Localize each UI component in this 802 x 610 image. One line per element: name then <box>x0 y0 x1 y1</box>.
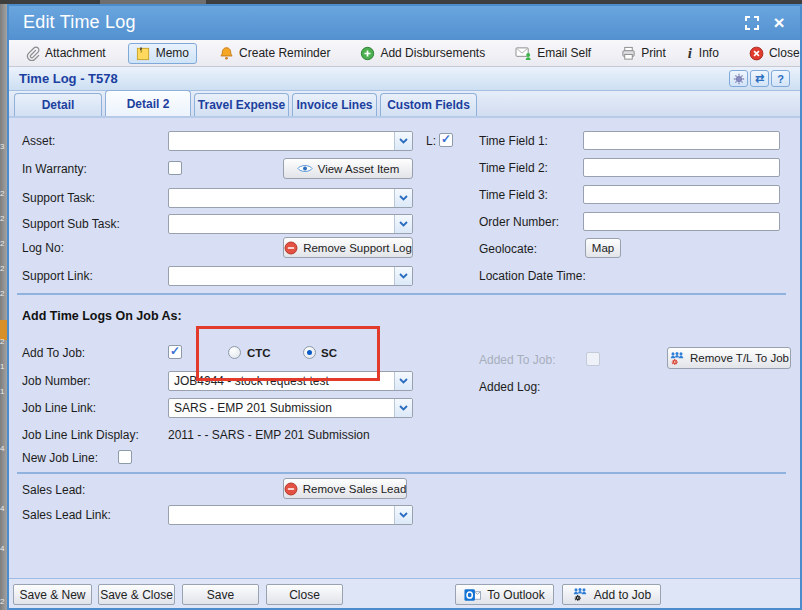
bg-digit: 2 <box>0 265 7 273</box>
save-and-close-label: Save & Close <box>100 588 173 602</box>
settings-button[interactable] <box>729 70 748 87</box>
refresh-button[interactable]: ⇄ <box>750 70 769 87</box>
tab-bar: Detail Detail 2 Travel Expense Invoice L… <box>9 91 800 118</box>
support-link-dropdown[interactable] <box>168 266 413 286</box>
time-field-3-input[interactable] <box>583 185 780 204</box>
attachment-button[interactable]: Attachment <box>17 43 114 64</box>
map-label: Map <box>592 242 614 254</box>
time-field-2-label: Time Field 2: <box>479 161 548 175</box>
support-task-value <box>169 189 394 207</box>
memo-button[interactable]: Memo <box>128 43 197 64</box>
added-to-job-label: Added To Job: <box>479 353 556 367</box>
tab-travel-expense[interactable]: Travel Expense <box>194 93 289 116</box>
chevron-down-icon[interactable] <box>394 399 412 417</box>
to-outlook-button[interactable]: To Outlook <box>455 584 554 605</box>
add-disbursements-label: Add Disbursements <box>380 46 485 60</box>
add-to-job-checkbox[interactable]: ✓ <box>168 345 182 359</box>
view-asset-item-button[interactable]: View Asset Item <box>283 158 413 179</box>
info-label: Info <box>699 46 719 60</box>
chevron-down-icon[interactable] <box>394 215 412 233</box>
order-number-input[interactable] <box>583 212 780 231</box>
window-close-icon[interactable]: × <box>771 15 787 31</box>
save-and-close-button[interactable]: Save & Close <box>98 584 175 605</box>
remove-circle-icon <box>284 482 298 496</box>
time-field-1-label: Time Field 1: <box>479 134 548 148</box>
l-checkbox[interactable]: ✓ <box>439 133 453 147</box>
dialog-titlebar[interactable]: Edit Time Log × <box>9 6 800 40</box>
dialog-footer: Save & New Save & Close Save Close To Ou… <box>9 578 800 608</box>
in-warranty-checkbox[interactable] <box>168 161 182 175</box>
bg-digit: 2 <box>0 240 7 248</box>
remove-tl-to-job-button[interactable]: Remove T/L To Job <box>667 347 791 369</box>
add-to-job-label: Add to Job <box>594 588 651 602</box>
add-disbursements-button[interactable]: Add Disbursements <box>352 43 493 64</box>
bg-digit: 1 <box>0 388 7 396</box>
chevron-down-icon[interactable] <box>394 372 412 390</box>
email-self-label: Email Self <box>537 46 591 60</box>
l-label: L: <box>426 134 436 148</box>
refresh-icon: ⇄ <box>755 72 764 85</box>
outlook-icon <box>464 588 481 602</box>
bg-digit: 2 <box>0 290 7 298</box>
new-job-line-label: New Job Line: <box>22 451 98 465</box>
tab-label: Travel Expense <box>198 98 285 112</box>
chevron-down-icon[interactable] <box>394 189 412 207</box>
chevron-down-icon[interactable] <box>394 267 412 285</box>
create-reminder-button[interactable]: Create Reminder <box>211 43 338 64</box>
time-field-2-input[interactable] <box>583 158 780 177</box>
record-header: Time Log - T578 ⇄ ? <box>9 67 800 91</box>
add-to-job-button[interactable]: Add to Job <box>562 584 661 605</box>
eye-icon <box>297 163 313 174</box>
support-task-dropdown[interactable] <box>168 188 413 208</box>
chevron-down-icon[interactable] <box>394 132 412 150</box>
support-link-label: Support Link: <box>22 269 93 283</box>
people-gear-icon <box>669 351 685 366</box>
edit-time-log-dialog: Edit Time Log × Attachment Memo Create R… <box>7 4 802 610</box>
job-line-link-display-label: Job Line Link Display: <box>22 428 139 442</box>
bg-digit: 2 <box>0 190 7 198</box>
support-sub-task-dropdown[interactable] <box>168 214 413 234</box>
job-line-link-dropdown[interactable]: SARS - EMP 201 Submission <box>168 398 413 418</box>
to-outlook-label: To Outlook <box>487 588 544 602</box>
bg-digit: 3 <box>0 143 7 151</box>
sales-lead-link-label: Sales Lead Link: <box>22 508 111 522</box>
close-button[interactable]: Close <box>741 43 802 64</box>
close-dialog-button[interactable]: Close <box>266 584 343 605</box>
added-to-job-checkbox <box>586 352 600 366</box>
maximize-icon[interactable] <box>744 15 760 31</box>
email-self-button[interactable]: Email Self <box>507 43 599 64</box>
support-sub-task-label: Support Sub Task: <box>22 217 120 231</box>
tab-detail[interactable]: Detail <box>14 93 102 116</box>
time-field-1-input[interactable] <box>583 131 780 150</box>
map-button[interactable]: Map <box>585 238 621 258</box>
remove-sales-lead-label: Remove Sales Lead <box>303 483 407 495</box>
info-button[interactable]: i Info <box>678 42 727 65</box>
asset-value <box>169 132 394 150</box>
save-label: Save <box>207 588 234 602</box>
support-sub-task-value <box>169 215 394 233</box>
asset-dropdown[interactable] <box>168 131 413 151</box>
annotation-highlight-rect <box>196 326 380 381</box>
section-divider <box>17 472 786 474</box>
tab-detail-2[interactable]: Detail 2 <box>105 90 191 116</box>
asset-label: Asset: <box>22 134 55 148</box>
bg-digit: 2 <box>0 598 7 606</box>
add-to-job-label: Add To Job: <box>22 346 85 360</box>
help-button[interactable]: ? <box>771 70 790 87</box>
remove-support-log-button[interactable]: Remove Support Log <box>283 237 413 258</box>
sales-lead-link-dropdown[interactable] <box>168 505 413 525</box>
new-job-line-checkbox[interactable] <box>118 450 132 464</box>
print-button[interactable]: Print <box>613 43 674 64</box>
record-title: Time Log - T578 <box>19 71 118 86</box>
save-button[interactable]: Save <box>182 584 259 605</box>
print-label: Print <box>641 46 666 60</box>
tab-custom-fields[interactable]: Custom Fields <box>380 93 477 116</box>
tab-invoice-lines[interactable]: Invoice Lines <box>292 93 377 116</box>
view-asset-item-label: View Asset Item <box>318 163 400 175</box>
location-date-time-label: Location Date Time: <box>479 269 586 283</box>
bg-digit: 4 <box>0 545 7 553</box>
in-warranty-label: In Warranty: <box>22 162 87 176</box>
save-and-new-button[interactable]: Save & New <box>13 584 92 605</box>
remove-sales-lead-button[interactable]: Remove Sales Lead <box>283 478 407 499</box>
chevron-down-icon[interactable] <box>394 506 412 524</box>
